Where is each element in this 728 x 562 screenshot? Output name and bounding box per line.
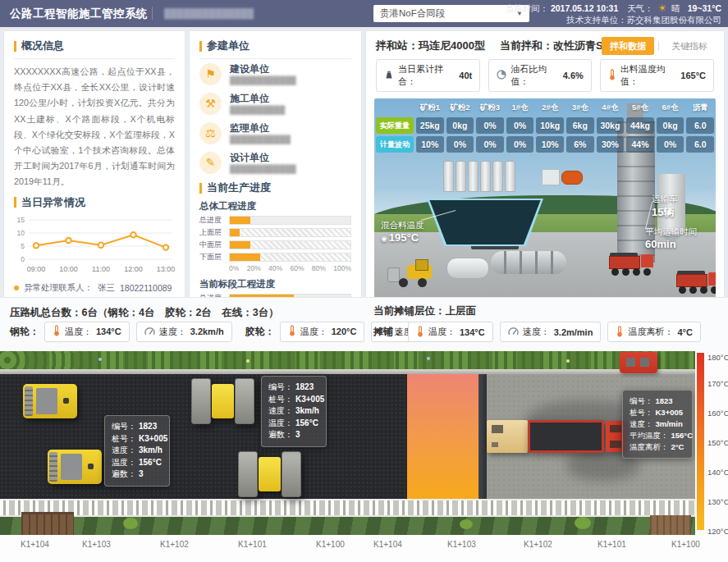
burner-tank-icon — [561, 171, 583, 185]
unit-list: ⚑建设单位████████████⚒施工单位██████████⚖监理单位███… — [190, 59, 361, 177]
chip-value: 40t — [459, 71, 472, 80]
paver-info-tooltip: 编号：1823桩号：K3+005速度：3m/min平均温度：156°C温度离析：… — [622, 390, 693, 459]
mix-col-header: 矿粉2 — [446, 101, 474, 115]
pneumatic-roller[interactable] — [23, 384, 77, 418]
weather-label: 天气： — [627, 3, 653, 13]
mix-cell: 0% — [476, 117, 504, 134]
progress-track — [229, 253, 351, 262]
flower-icon — [98, 358, 102, 361]
unit-item: ✎设计单位████████████ — [190, 148, 361, 177]
station-label: K1+104 — [21, 540, 49, 549]
progress-axis: 0%20%40%60%80%100% — [229, 264, 351, 272]
station-label: K1+100 — [671, 540, 700, 549]
roller-summary: 压路机总台数：6台（钢轮：4台 胶轮：2台 在线：3台） — [10, 307, 279, 318]
mix-col-header: 1#仓 — [506, 101, 534, 115]
tab-mix-data[interactable]: 拌和数据 — [602, 37, 654, 55]
survey-icon: ⚑ — [199, 63, 222, 85]
thermometer-icon — [616, 326, 624, 339]
svg-text:0: 0 — [21, 255, 25, 263]
title-accent-bar — [199, 183, 202, 194]
transport-truck-icon — [676, 267, 716, 294]
progress-groups: 总体工程进度总进度上面层中面层下面层0%20%40%60%80%100%当前标段… — [190, 197, 361, 298]
axis-tick-label: 20% — [247, 264, 261, 272]
pneumatic-roller[interactable] — [48, 450, 102, 484]
plant-station-value: 玛连尼4000型 — [419, 39, 485, 52]
design-icon: ✎ — [199, 152, 222, 174]
road-view: 编号：1823桩号：K3+005速度：3km/h温度：156°C遍数：3编号：1… — [0, 351, 728, 535]
mixing-pool-icon — [427, 199, 543, 246]
contact-list: 异常处理联系人：张三18022110089技术支持联系人：张三180221100… — [4, 281, 185, 298]
title-accent-bar — [14, 41, 16, 52]
top-header: 公路工程智能施工管控系统 ██████████████ 贵港NoF合同段 ▼ 当… — [0, 0, 728, 27]
supply-truck[interactable] — [620, 352, 657, 373]
svg-text:5: 5 — [21, 242, 25, 250]
dump-truck[interactable] — [528, 420, 626, 453]
roller-info-tooltip: 编号：1823桩号：K3+005速度：3km/h温度：156°C遍数：3 — [261, 376, 327, 447]
station-label: K1+102 — [160, 540, 189, 549]
progress-group-title: 总体工程进度 — [190, 197, 361, 215]
chip-label: 油石比均值： — [511, 63, 558, 88]
contact-row: 异常处理联系人：张三18022110089 — [4, 281, 185, 296]
status-chip: 速度：3.2km/h — [136, 322, 232, 342]
mix-cell: 10% — [416, 136, 444, 153]
thermometer-icon — [416, 326, 424, 339]
axis-tick-label: 100% — [333, 264, 351, 272]
chip-value: 165°C — [680, 71, 706, 80]
steel-roller[interactable] — [238, 451, 301, 497]
steel-roller[interactable] — [191, 378, 254, 424]
mix-cell: 0% — [506, 117, 534, 134]
bush-icon — [575, 517, 591, 529]
contact-name: 张三 — [98, 282, 115, 294]
paving-chips-group: 摊铺： 温度：134°C速度：3.2m/min温度离析：4°C — [373, 322, 714, 342]
roadside-vegetation — [0, 517, 695, 535]
plant-stats-row: 当日累计拌合：40t油石比均值：4.6%出料温度均值：165°C — [366, 57, 724, 98]
overview-title: 概况信息 — [4, 31, 185, 58]
chip-value: 134°C — [460, 327, 485, 337]
mix-col-header: 矿粉1 — [416, 101, 444, 115]
temp-scale-label: 140°C — [707, 468, 728, 477]
mix-cell: 10kg — [536, 117, 564, 134]
status-row-2: 钢轮： 温度：134°C速度：3.2km/h 胶轮： 温度：120°C速度：4.… — [0, 318, 728, 345]
unit-role: 施工单位 — [230, 93, 285, 105]
svg-text:11:00: 11:00 — [92, 265, 110, 273]
station-label: K1+101 — [598, 540, 626, 549]
site-structure — [650, 515, 691, 535]
temperature-scale: 180°C170°C160°C150°C140°C130°C120°C — [697, 353, 728, 533]
bitumen-tank-icon — [446, 258, 489, 279]
roller-info-tooltip: 编号：1823桩号：K3+005速度：3km/h温度：156°C遍数：3 — [104, 415, 170, 487]
thermometer-icon — [53, 325, 61, 338]
tab-divider — [658, 41, 659, 51]
chip-value: 134°C — [96, 327, 121, 336]
status-row-1: 压路机总台数：6台（钢轮：4台 胶轮：2台 在线：3台） 当前摊铺层位：上层面 — [0, 298, 728, 318]
progress-row-label: 中面层 — [199, 240, 229, 250]
mix-temperature-label: 混合料温度 ◉195°C — [381, 220, 424, 244]
paver-screed — [478, 374, 487, 499]
progress-fill — [230, 254, 260, 261]
plant-station-label: 拌和站： — [376, 39, 419, 52]
wheel-loader-icon — [387, 259, 432, 287]
unit-company-blurred: ████████████ — [230, 75, 296, 85]
hot-mat-heatmap — [407, 374, 478, 499]
station-labels: K1+104K1+103K1+102K1+101K1+100K1+104K1+1… — [0, 535, 728, 562]
gauge-icon — [508, 327, 519, 337]
mix-row-label: 实际重量 — [376, 117, 414, 134]
chip-label: 温度离析： — [628, 326, 673, 338]
progress-row-label: 上面层 — [199, 227, 229, 238]
builder-icon: ⚒ — [199, 93, 222, 115]
tab-key-metrics[interactable]: 关键指标 — [663, 37, 716, 55]
steel-wheel-chips: 温度：134°C速度：3.2km/h — [44, 322, 232, 342]
mix-cell: 0% — [446, 136, 474, 153]
paver[interactable] — [487, 420, 528, 453]
mix-cell: 10% — [536, 136, 564, 153]
progress-group-title: 当前标段工程进度 — [190, 275, 361, 293]
mix-cell: 6kg — [566, 117, 594, 134]
control-box-icon — [542, 169, 560, 185]
mix-cell: 0% — [476, 136, 504, 153]
unit-company-blurred: ███████████ — [230, 135, 291, 144]
mix-cell: 6% — [566, 136, 594, 153]
axis-tick-label: 0% — [229, 264, 239, 272]
status-chip: 速度：3.2m/min — [500, 322, 602, 342]
thermometer-icon — [608, 69, 616, 82]
flower-icon — [246, 359, 250, 363]
temp-scale-label: 160°C — [707, 409, 728, 418]
